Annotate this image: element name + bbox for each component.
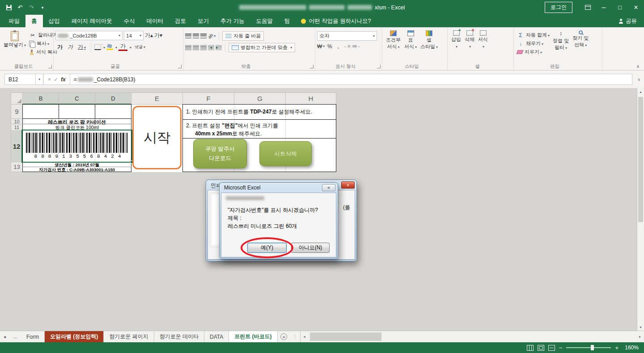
font-name-combo[interactable]: _Code128B ▾	[55, 31, 123, 40]
minimize-button[interactable]: ─	[596, 0, 612, 15]
increase-decimal-button[interactable]: ←.0	[343, 43, 350, 50]
start-button[interactable]: 시작	[132, 106, 182, 169]
tab-file[interactable]: 파일	[3, 15, 25, 27]
font-size-combo[interactable]: 14 ▾	[124, 31, 144, 40]
tell-me-box[interactable]: 어떤 작업을 원하시나요?	[296, 15, 376, 27]
undo-button[interactable]: ↶	[15, 2, 25, 13]
delete-dropdown[interactable]	[468, 43, 471, 49]
tab-insert[interactable]: 삽입	[43, 15, 66, 27]
decrease-decimal-button[interactable]: .00→	[352, 43, 360, 50]
sheet-tab-fragrant-page[interactable]: 향기로운 페이지	[104, 331, 154, 342]
conditional-formatting-button[interactable]: 조건부 서식	[384, 29, 402, 50]
sheet-nav-more-icon[interactable]: …	[9, 331, 21, 342]
horizontal-scroll-track[interactable]	[309, 331, 636, 342]
scroll-right-button[interactable]: ▸	[636, 331, 644, 342]
close-button[interactable]: ×	[628, 0, 644, 15]
print-dialog-close-button[interactable]: ×	[341, 181, 355, 189]
number-dialog-launcher-icon[interactable]	[377, 65, 381, 68]
cell-styles-button[interactable]: 셀 스타일	[419, 29, 440, 50]
column-header-E[interactable]: E	[131, 92, 183, 105]
login-button[interactable]: 로그인	[545, 2, 572, 13]
wrap-text-button[interactable]: 자동 줄 바꿈	[222, 31, 264, 41]
increase-font-size-button[interactable]: 가▴	[145, 32, 153, 39]
scroll-up-button[interactable]: ▴	[637, 88, 644, 95]
scroll-down-button[interactable]: ▾	[637, 324, 644, 331]
borders-dropdown[interactable]	[102, 44, 105, 50]
column-header-F[interactable]: F	[182, 92, 234, 105]
coupang-download-button[interactable]: 쿠팡 발주서 다운로드	[193, 139, 247, 168]
page-layout-view-button[interactable]	[538, 345, 544, 351]
align-top-button[interactable]	[185, 34, 191, 38]
row-header-13[interactable]: 13	[11, 162, 23, 172]
borders-button[interactable]	[94, 44, 101, 50]
normal-view-button[interactable]	[527, 345, 534, 351]
formula-input[interactable]: = _Code128B(B13)	[70, 74, 632, 85]
delete-sheet-button[interactable]: 시트삭제	[259, 141, 312, 166]
clear-button[interactable]: 지우기	[516, 48, 551, 56]
tab-data[interactable]: 데이터	[140, 15, 169, 27]
zoom-out-button[interactable]: −	[559, 345, 563, 351]
align-left-button[interactable]	[185, 45, 191, 50]
font-dialog-launcher-icon[interactable]	[178, 65, 182, 68]
align-bottom-button[interactable]	[200, 34, 207, 38]
column-header-G[interactable]: G	[234, 92, 286, 105]
delete-cells-button[interactable]: 삭제	[463, 29, 476, 50]
row-header-11[interactable]: 11	[11, 124, 23, 131]
column-header-D[interactable]: D	[95, 92, 131, 105]
share-button[interactable]: 공유	[619, 15, 644, 27]
no-button[interactable]: 아니요(N)	[291, 243, 330, 253]
zoom-slider-thumb[interactable]	[591, 345, 594, 350]
insert-cells-button[interactable]: 삽입	[449, 29, 463, 50]
align-center-button[interactable]	[193, 45, 199, 50]
column-header-C[interactable]: C	[59, 92, 95, 105]
tab-page-layout[interactable]: 페이지 레이아웃	[66, 15, 118, 27]
tab-view[interactable]: 보기	[192, 15, 215, 27]
ribbon-display-options-button[interactable]	[580, 0, 596, 15]
align-middle-button[interactable]	[193, 34, 199, 38]
row-header-9[interactable]: 9	[11, 104, 23, 119]
insert-dropdown[interactable]	[455, 43, 458, 49]
paste-button[interactable]: 붙여넣기	[2, 29, 28, 49]
tab-formulas[interactable]: 수식	[118, 15, 140, 27]
message-dialog-close-button[interactable]: ×	[322, 184, 335, 191]
font-color-button[interactable]: 가	[119, 43, 127, 51]
yes-button[interactable]: 예(Y)	[247, 243, 287, 253]
find-select-button[interactable]: 찾기 및 선택	[571, 29, 590, 49]
scroll-left-button[interactable]: ◂	[301, 331, 309, 342]
sheet-tab-data[interactable]: DATA	[204, 331, 229, 342]
bold-button[interactable]: 가	[55, 43, 64, 51]
select-all-corner[interactable]	[11, 92, 23, 105]
zoom-in-button[interactable]: +	[615, 345, 619, 351]
sheet-tab-print-barcode[interactable]: 프린트 (바코드)	[229, 331, 277, 342]
accounting-format-button[interactable]: ₩	[317, 43, 325, 50]
percent-style-button[interactable]: %	[326, 43, 333, 50]
tab-help[interactable]: 도움말	[250, 15, 279, 27]
underline-button[interactable]: 가	[76, 43, 88, 51]
insert-function-button[interactable]: fx	[61, 76, 66, 83]
new-sheet-button[interactable]: +	[278, 331, 290, 342]
format-cells-button[interactable]: 서식	[476, 29, 490, 50]
sheet-tab-oil-label[interactable]: 오일라벨 (정보입력)	[45, 331, 104, 342]
tab-addins[interactable]: 추가 기능	[215, 15, 250, 27]
tab-team[interactable]: 팀	[279, 15, 296, 27]
vertical-scrollbar[interactable]: ▴ ▾	[637, 88, 644, 331]
name-box[interactable]: B12	[4, 74, 36, 85]
format-as-table-button[interactable]: 표 서식	[402, 29, 419, 50]
format-dropdown[interactable]	[482, 43, 484, 49]
tab-splitter-handle[interactable]: ⋮	[290, 331, 300, 342]
autosum-button[interactable]: Σ자동 합계	[516, 31, 551, 39]
merge-center-button[interactable]: 병합하고 가운데 맞춤	[229, 43, 295, 52]
sort-filter-button[interactable]: ↕ 정렬 및 필터	[551, 29, 571, 51]
fill-color-button[interactable]	[106, 44, 113, 50]
collapse-ribbon-button[interactable]: ∧	[636, 64, 640, 69]
number-format-combo[interactable]: 숫자 ▾	[317, 31, 377, 41]
sheet-tab-fragrant-data[interactable]: 향기로운 데이타	[154, 331, 204, 342]
enter-entry-button[interactable]: ✓	[54, 76, 58, 83]
orientation-button[interactable]: ab	[208, 33, 216, 39]
save-button[interactable]	[4, 2, 14, 13]
fill-button[interactable]: ↓채우기	[516, 39, 551, 48]
qat-customize-button[interactable]: ▾	[37, 2, 48, 13]
zoom-slider[interactable]	[566, 347, 611, 348]
fill-color-dropdown[interactable]	[114, 44, 117, 50]
maximize-button[interactable]: □	[612, 0, 628, 15]
